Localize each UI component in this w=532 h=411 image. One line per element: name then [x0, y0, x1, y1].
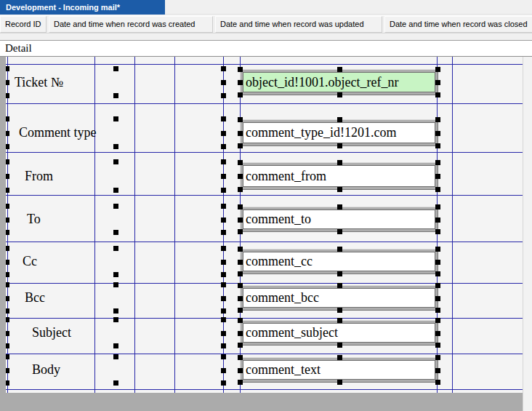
selection-handle[interactable] — [435, 174, 440, 179]
selection-handle[interactable] — [113, 282, 118, 287]
selection-handle[interactable] — [435, 308, 440, 313]
selection-handle[interactable] — [221, 260, 226, 265]
selection-handle[interactable] — [337, 355, 342, 360]
selection-handle[interactable] — [435, 331, 440, 336]
selection-handle[interactable] — [238, 343, 243, 348]
selection-handle[interactable] — [435, 380, 440, 385]
selection-handle[interactable] — [337, 92, 342, 97]
selection-handle[interactable] — [435, 247, 440, 252]
selection-handle[interactable] — [435, 318, 440, 323]
selection-handle[interactable] — [238, 271, 243, 276]
selection-handle[interactable] — [435, 271, 440, 276]
selection-handle[interactable] — [238, 229, 243, 234]
field-box[interactable]: comment_text — [243, 360, 435, 380]
selection-handle[interactable] — [113, 343, 118, 348]
field-frame[interactable]: comment_type_id!1201.com — [240, 119, 438, 146]
selection-handle[interactable] — [238, 318, 243, 323]
selection-handle[interactable] — [221, 317, 226, 322]
page[interactable]: Ticket № object_id!1001.object_ref_nr Co… — [6, 57, 523, 393]
selection-handle[interactable] — [113, 380, 118, 386]
label-rect[interactable]: Ticket № — [7, 69, 223, 95]
label-rect[interactable]: To — [7, 207, 223, 232]
selection-handle[interactable] — [238, 131, 243, 136]
selection-handle[interactable] — [337, 204, 342, 210]
selection-handle[interactable] — [221, 308, 226, 314]
field-frame[interactable]: object_id!1001.object_ref_nr — [240, 69, 438, 95]
selection-handle[interactable] — [221, 368, 226, 373]
selection-handle[interactable] — [238, 92, 243, 97]
selection-handle[interactable] — [337, 308, 342, 313]
selection-handle[interactable] — [221, 282, 226, 287]
vertical-scrollbar[interactable] — [523, 57, 532, 411]
selection-handle[interactable] — [238, 331, 243, 336]
selection-handle[interactable] — [238, 117, 243, 122]
selection-handle[interactable] — [337, 143, 342, 148]
selection-handle[interactable] — [6, 204, 9, 209]
field-box[interactable]: object_id!1001.object_ref_nr — [243, 72, 435, 92]
selection-handle[interactable] — [6, 188, 9, 193]
selection-handle[interactable] — [238, 296, 243, 301]
field-box[interactable]: comment_cc — [243, 252, 435, 271]
selection-handle[interactable] — [238, 247, 243, 252]
selection-handle[interactable] — [435, 67, 440, 72]
field-frame[interactable]: comment_cc — [240, 249, 438, 274]
label-rect[interactable]: Subject — [7, 320, 223, 346]
field-box[interactable]: comment_type_id!1201.com — [243, 122, 435, 143]
field-frame[interactable]: comment_to — [240, 207, 438, 232]
selection-handle[interactable] — [113, 66, 118, 71]
selection-handle[interactable] — [221, 144, 226, 149]
selection-handle[interactable] — [221, 204, 226, 209]
selection-handle[interactable] — [238, 187, 243, 192]
label-rect[interactable]: Body — [7, 357, 223, 383]
selection-handle[interactable] — [435, 92, 440, 97]
selection-handle[interactable] — [221, 218, 226, 223]
selection-handle[interactable] — [6, 354, 9, 359]
selection-handle[interactable] — [6, 343, 9, 348]
selection-handle[interactable] — [337, 380, 342, 385]
selection-handle[interactable] — [6, 174, 9, 179]
selection-handle[interactable] — [221, 174, 226, 179]
selection-handle[interactable] — [337, 343, 342, 348]
selection-handle[interactable] — [6, 317, 9, 322]
selection-handle[interactable] — [221, 93, 226, 98]
selection-handle[interactable] — [337, 187, 342, 192]
field-frame[interactable]: comment_bcc — [240, 285, 438, 311]
selection-handle[interactable] — [337, 67, 342, 72]
selection-handle[interactable] — [238, 160, 243, 165]
field-frame[interactable]: comment_subject — [240, 320, 438, 346]
field-box[interactable]: comment_bcc — [243, 288, 435, 308]
label-rect[interactable]: Bcc — [7, 285, 223, 311]
selection-handle[interactable] — [337, 160, 342, 165]
column-header-closed[interactable]: Date and time when record was closed — [384, 16, 532, 33]
selection-handle[interactable] — [6, 296, 9, 301]
selection-handle[interactable] — [6, 218, 9, 223]
selection-handle[interactable] — [435, 131, 440, 136]
selection-handle[interactable] — [435, 260, 440, 265]
selection-handle[interactable] — [6, 272, 9, 277]
selection-handle[interactable] — [221, 246, 226, 251]
selection-handle[interactable] — [435, 296, 440, 301]
selection-handle[interactable] — [221, 66, 226, 71]
selection-handle[interactable] — [113, 159, 118, 164]
selection-handle[interactable] — [435, 117, 440, 122]
selection-handle[interactable] — [113, 246, 118, 251]
selection-handle[interactable] — [221, 188, 226, 193]
field-frame[interactable]: comment_from — [240, 162, 438, 190]
selection-handle[interactable] — [435, 187, 440, 192]
selection-handle[interactable] — [435, 343, 440, 348]
selection-handle[interactable] — [221, 272, 226, 277]
selection-handle[interactable] — [337, 247, 342, 252]
selection-handle[interactable] — [435, 218, 440, 223]
selection-handle[interactable] — [113, 317, 118, 322]
selection-handle[interactable] — [113, 204, 118, 209]
selection-handle[interactable] — [435, 143, 440, 148]
selection-handle[interactable] — [6, 159, 9, 164]
selection-handle[interactable] — [221, 80, 226, 85]
column-header-updated[interactable]: Date and time when record was updated — [215, 16, 382, 33]
selection-handle[interactable] — [6, 144, 9, 149]
selection-handle[interactable] — [6, 380, 9, 386]
field-box[interactable]: comment_to — [243, 210, 435, 229]
selection-handle[interactable] — [221, 354, 226, 359]
selection-handle[interactable] — [337, 271, 342, 276]
selection-handle[interactable] — [113, 272, 118, 277]
